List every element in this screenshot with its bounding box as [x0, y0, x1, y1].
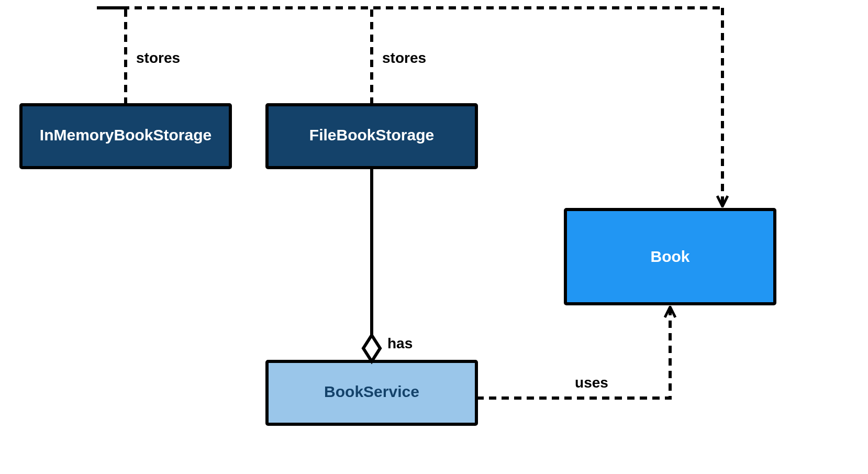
node-inmemory-label: InMemoryBookStorage: [40, 126, 212, 144]
node-book: Book: [565, 210, 775, 304]
class-diagram: InMemoryBookStorage FileBookStorage Book…: [0, 0, 868, 474]
node-inmemory-book-storage: InMemoryBookStorage: [21, 105, 230, 168]
edge-uses: [476, 307, 670, 398]
node-filestore-label: FileBookStorage: [309, 126, 434, 144]
node-file-book-storage: FileBookStorage: [267, 105, 476, 168]
node-book-service: BookService: [267, 361, 476, 424]
node-bookservice-label: BookService: [324, 383, 419, 400]
edge-stores-inmemory: [97, 8, 126, 105]
edge-has-label: has: [387, 335, 413, 351]
edge-has-diamond: [363, 335, 380, 361]
edge-stores-filestore-label: stores: [382, 50, 426, 66]
edge-uses-label: uses: [575, 374, 608, 391]
edge-stores-inmemory-label: stores: [136, 50, 180, 66]
node-book-label: Book: [651, 248, 690, 265]
